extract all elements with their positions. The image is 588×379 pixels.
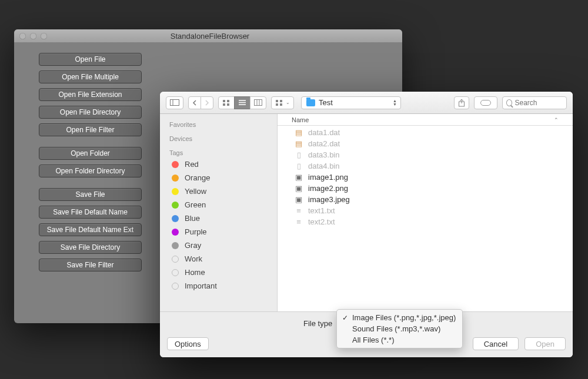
file-name: data4.bin xyxy=(308,162,340,170)
search-field[interactable] xyxy=(502,96,567,109)
file-row: ▯data4.bin xyxy=(278,160,573,172)
column-header[interactable]: Name ⌃ xyxy=(278,114,573,126)
file-row[interactable]: ▣image3.jpeg xyxy=(278,194,573,205)
tag-dot-icon xyxy=(172,269,179,276)
minimize-icon[interactable] xyxy=(30,33,36,39)
tag-label: Green xyxy=(185,200,206,209)
filetype-option[interactable]: Sound Files (*.mp3,*.wav) xyxy=(337,323,462,334)
column-view-button[interactable] xyxy=(250,96,266,109)
chevron-updown-icon: ▲▼ xyxy=(393,99,397,106)
action-button[interactable]: Save File Default Name Ext xyxy=(39,223,142,236)
svg-rect-5 xyxy=(227,103,229,106)
sidebar-toggle-button[interactable] xyxy=(166,96,183,109)
file-row: ▯data3.bin xyxy=(278,149,573,160)
file-row: ▤data2.dat xyxy=(278,138,573,149)
sidebar-heading-favorites: Favorites xyxy=(160,118,277,129)
file-row: ≡text2.txt xyxy=(278,216,573,227)
sidebar-tag[interactable]: Green xyxy=(160,198,277,212)
dialog-body: Favorites Devices Tags RedOrangeYellowGr… xyxy=(160,114,573,311)
window-title: StandaloneFileBrowser xyxy=(47,32,402,41)
action-button[interactable]: Save File Directory xyxy=(39,241,142,254)
action-button[interactable]: Open File Extension xyxy=(39,88,142,101)
nav-segment xyxy=(188,96,213,109)
list-view-button[interactable] xyxy=(234,96,250,109)
action-button[interactable]: Save File xyxy=(39,188,142,201)
tag-dot-icon xyxy=(172,161,179,168)
file-name: text1.txt xyxy=(308,206,335,215)
action-button[interactable]: Save File Filter xyxy=(39,259,142,271)
file-image-icon: ▣ xyxy=(294,184,303,193)
filetype-option[interactable]: ✓Image Files (*.png,*.jpg,*.jpeg) xyxy=(337,312,462,323)
file-name: data2.dat xyxy=(308,139,340,148)
tag-dot-icon xyxy=(172,202,179,209)
arrange-button[interactable]: ⌄ xyxy=(271,96,294,109)
cancel-button-label: Cancel xyxy=(484,340,507,348)
file-name: text2.txt xyxy=(308,217,335,226)
filetype-option-label: Sound Files (*.mp3,*.wav) xyxy=(352,324,440,333)
action-button[interactable]: Open Folder xyxy=(39,147,142,160)
action-button[interactable]: Save File Default Name xyxy=(39,206,142,219)
open-button-label: Open xyxy=(536,340,554,348)
file-image-icon: ▣ xyxy=(294,195,303,204)
tag-label: Gray xyxy=(185,241,201,250)
file-row[interactable]: ▣image2.png xyxy=(278,183,573,194)
zoom-icon[interactable] xyxy=(41,33,47,39)
sidebar-tag[interactable]: Purple xyxy=(160,225,277,239)
column-name-label: Name xyxy=(292,116,309,123)
check-icon: ✓ xyxy=(342,314,349,322)
dialog-footer: File type ✓Image Files (*.png,*.jpg,*.jp… xyxy=(160,311,573,357)
file-name: data1.dat xyxy=(308,128,340,137)
view-mode-segment xyxy=(218,96,266,109)
file-dat-icon: ▤ xyxy=(294,139,303,149)
file-row[interactable]: ▣image1.png xyxy=(278,172,573,183)
sidebar: Favorites Devices Tags RedOrangeYellowGr… xyxy=(160,114,278,311)
forward-button[interactable] xyxy=(201,96,213,109)
filetype-option[interactable]: All Files (*.*) xyxy=(337,334,462,346)
sidebar-heading-devices: Devices xyxy=(160,129,277,143)
filetype-option-label: Image Files (*.png,*.jpg,*.jpeg) xyxy=(352,313,456,322)
open-button[interactable]: Open xyxy=(524,337,566,350)
sidebar-tag[interactable]: Home xyxy=(160,266,277,279)
sidebar-tag[interactable]: Red xyxy=(160,157,277,171)
tag-label: Blue xyxy=(185,214,200,223)
action-button[interactable]: Open Folder Directory xyxy=(39,165,142,177)
sidebar-tag[interactable]: Blue xyxy=(160,212,277,225)
action-button[interactable]: Open File Multiple xyxy=(39,71,142,83)
close-icon[interactable] xyxy=(19,33,26,39)
cancel-button[interactable]: Cancel xyxy=(473,337,519,350)
file-dat-icon: ▤ xyxy=(294,128,303,137)
sidebar-tag[interactable]: Gray xyxy=(160,239,277,252)
svg-rect-12 xyxy=(276,100,278,102)
tags-button[interactable] xyxy=(474,96,497,109)
file-row: ▤data1.dat xyxy=(278,127,573,138)
tag-label: Important xyxy=(185,281,217,290)
back-button[interactable] xyxy=(188,96,201,109)
tag-label: Work xyxy=(185,254,202,263)
sidebar-tag[interactable]: Orange xyxy=(160,171,277,185)
options-button-label: Options xyxy=(175,340,201,348)
svg-rect-14 xyxy=(276,103,278,106)
options-button[interactable]: Options xyxy=(167,337,209,350)
sidebar-tag[interactable]: Work xyxy=(160,252,277,266)
sidebar-tag[interactable]: Yellow xyxy=(160,185,277,198)
icon-view-button[interactable] xyxy=(218,96,235,109)
file-image-icon: ▣ xyxy=(294,173,303,182)
sidebar-tag[interactable]: Important xyxy=(160,279,277,293)
action-button[interactable]: Open File Filter xyxy=(39,123,142,136)
file-bin-icon: ▯ xyxy=(294,150,303,160)
search-input[interactable] xyxy=(514,99,563,107)
traffic-lights xyxy=(14,33,47,39)
action-button[interactable]: Open File Directory xyxy=(39,106,142,119)
titlebar: StandaloneFileBrowser xyxy=(14,29,402,42)
path-selector[interactable]: Test ▲▼ xyxy=(301,96,401,109)
open-file-dialog: ⌄ Test ▲▼ Favorites Devices Tags RedOran… xyxy=(160,92,573,357)
path-label: Test xyxy=(319,98,333,107)
share-button[interactable] xyxy=(454,96,469,109)
tag-label: Home xyxy=(185,268,205,277)
file-name: image2.png xyxy=(308,184,348,193)
svg-rect-3 xyxy=(227,100,229,102)
svg-rect-9 xyxy=(255,100,262,106)
svg-rect-15 xyxy=(280,103,282,106)
svg-rect-2 xyxy=(223,100,225,102)
action-button[interactable]: Open File xyxy=(39,53,142,66)
